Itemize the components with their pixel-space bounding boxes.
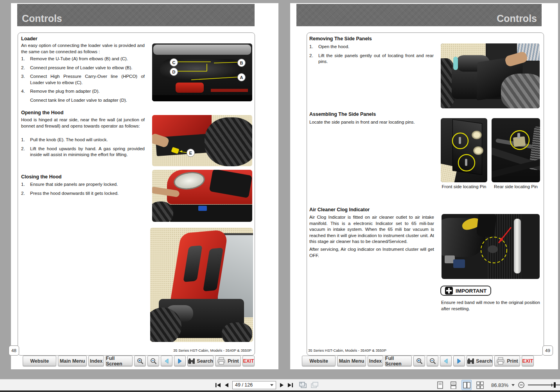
teal-ring [453,57,458,70]
page-navigation-group: 49 / 126 [215,379,318,390]
section-title-closing-hood: Closing the Hood [21,174,61,180]
important-text: Ensure red band will move to the origina… [441,300,540,312]
zoom-slider[interactable] [528,382,560,388]
section-title-air-cleaner: Air Cleaner Clog Indicator [309,207,370,212]
page-number-badge: 49 [542,345,553,356]
page-field-value: 49 / 126 [235,382,253,388]
full-screen-button[interactable]: Full Screen [385,356,412,366]
page-number-field[interactable]: 49 / 126 [232,381,276,389]
open-hood-knob-photo: E [152,115,252,166]
content-frame: Loader An easy option of connecting the … [18,32,255,356]
left-arrow-icon [443,358,449,364]
tire-small [152,201,173,222]
page-dropdown-caret-icon [270,384,273,386]
rear-pin-caption: Rear side locating Pin [492,184,540,189]
main-menu-button[interactable]: Main Menu [58,356,87,366]
single-page-view-button[interactable] [435,380,445,390]
page-number-badge: 48 [9,345,19,356]
step-row: 4.Remove the plug from adapter (D). [21,88,145,95]
website-button[interactable]: Website [23,356,56,366]
magnifier-minus-icon [150,358,157,365]
next-page-button[interactable] [280,383,284,388]
loader-intro: An easy option of connecting the loader … [21,43,145,55]
assembling-intro: Locate the side panels in front and rear… [309,119,434,126]
view-controls-group: 86.83% [435,379,560,390]
last-page-button[interactable] [287,383,293,388]
search-button[interactable]: Search [187,356,214,366]
zoom-out-button[interactable] [427,356,438,366]
section-title-opening-hood: Opening the Hood [21,110,63,115]
previous-page-button[interactable] [224,383,229,388]
next-page-button[interactable] [174,356,186,366]
next-view-icon [311,382,318,388]
skip-to-first-icon [215,383,221,388]
zoom-level-value: 86.83% [491,382,508,388]
close-hood-photo [152,170,252,222]
loader-valve-photo: C D B A [152,43,252,101]
right-arrow-icon [456,358,462,364]
print-button[interactable]: Print [494,356,520,366]
previous-page-button[interactable] [440,356,452,366]
full-screen-button[interactable]: Full Screen [106,356,133,366]
step-row: 2.Press the hood downwards till it gets … [21,191,145,197]
right-arrow-icon [177,358,183,364]
zoom-out-button[interactable] [147,356,159,366]
zoom-in-button[interactable] [413,356,425,366]
air-cleaner-para1: Air Clog Indicator is fitted on air clea… [309,214,434,245]
previous-page-icon [224,383,229,388]
side-panel-photo [441,43,540,108]
page-title: Controls [22,13,62,24]
main-menu-button[interactable]: Main Menu [337,356,366,366]
zoom-slider-handle[interactable] [554,382,556,388]
first-page-button[interactable] [215,383,221,388]
print-button[interactable]: Print [215,356,241,366]
callout-e: E [187,149,195,157]
front-pin-photo [441,118,487,182]
exit-button[interactable]: EXIT [242,356,255,366]
two-page-view-button[interactable] [461,380,472,390]
leader-lines [152,43,252,101]
exit-button[interactable]: EXIT [522,356,534,366]
previous-page-button[interactable] [161,356,172,366]
two-page-scroll-view-button[interactable] [475,380,485,390]
callout-b: B [237,59,246,67]
zoom-slider-tick [551,384,552,387]
manual-page-49: Controls Removing The Side Panels 1.Open… [290,3,558,369]
next-page-icon [280,383,284,388]
website-button[interactable]: Website [302,356,336,366]
important-badge: IMPORTANT [440,286,491,296]
loader-steps: 1.Remove the U-Tube (A) from elbows (B) … [21,56,145,103]
step-row: 2.Lift the hood upwards by hand. A gas s… [21,146,145,158]
air-cleaner-para2: After servicing, Air clog indicator on I… [309,246,434,259]
front-pin-caption: Front side locating Pin [441,184,487,189]
magnifier-plus-icon [136,358,144,365]
step-row: 2.Connect pressure line of Loader valve … [21,65,145,71]
page-header-banner: Controls [296,4,542,26]
single-page-icon [437,381,443,389]
zoom-out-circle-button[interactable] [518,381,525,388]
previous-view-button[interactable] [299,382,307,388]
zoom-dropdown-caret-icon[interactable] [512,384,515,386]
step-row: 1.Ensure that side panels are properly l… [21,182,145,188]
zoom-in-button[interactable] [134,356,146,366]
section-title-assembling-panels: Assembling The Side Panels [309,111,376,117]
page-title: Controls [497,13,537,24]
step-row: 2.Lift the side panels gently out of loc… [309,53,434,65]
pdf-viewer-window: Controls Loader An easy option of connec… [0,0,560,392]
opening-steps: 1.Pull the knob (E). The hood will unloc… [21,137,145,158]
pin-circle [492,118,540,182]
callout-c: C [170,58,178,67]
index-button[interactable]: Index [88,356,104,366]
search-button[interactable]: Search [467,356,493,366]
previous-view-icon [299,382,307,388]
continuous-view-button[interactable] [448,380,458,390]
section-title-loader: Loader [21,36,38,41]
next-page-button[interactable] [453,356,465,366]
manual-page-48: Controls Loader An easy option of connec… [11,3,278,369]
index-button[interactable]: Index [368,356,383,366]
next-view-button[interactable] [311,382,318,388]
two-page-scroll-icon [476,381,484,389]
opening-intro: Hood is hinged at rear side, near the fi… [21,117,145,129]
tire-right [501,74,540,108]
pdf-viewer-toolbar: 49 / 126 86.83% [0,379,560,390]
